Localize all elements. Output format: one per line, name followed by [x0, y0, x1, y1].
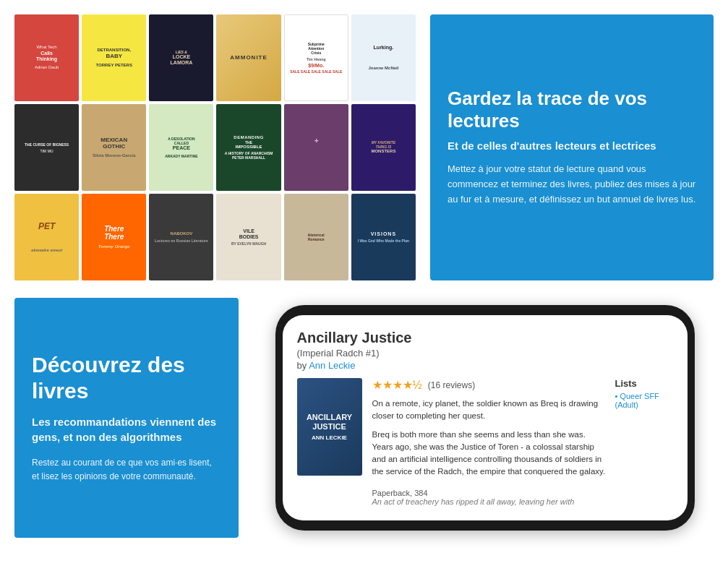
book-cover-16[interactable]: VILE BODIES BY EVELYN WAUGH [216, 194, 281, 280]
book-cover-6[interactable]: Lurking. Joanne McNeil [351, 14, 416, 101]
lists-label: Lists [615, 378, 673, 389]
cover-title: ANCILLARY JUSTICE [303, 413, 356, 432]
phone-book-cover: ANCILLARY JUSTICE ANN LECKIE [297, 378, 362, 476]
top-section: What Tech Calls Thinking Adrian Daub DET… [14, 14, 714, 280]
bottom-panel-description: Restez au courant de ce que vos ami·es l… [32, 456, 221, 484]
book-cover-10[interactable]: DEMANDING THE IMPOSSIBLE A HISTORY OF AN… [216, 104, 281, 191]
lists-item[interactable]: • Queer SFF (Adult) [615, 392, 673, 409]
book-cover-15[interactable]: NABOKOV Lectures on Russian Literature [149, 194, 213, 280]
book-detail-series: (Imperial Radch #1) [297, 348, 673, 359]
book-cover-18[interactable]: VISIONS I Was God Who Made the Plan [351, 194, 416, 280]
book-cover-12[interactable]: MY FAVORITE THING IS MONSTERS [351, 104, 416, 191]
book-cover-17[interactable]: Historical Romance [284, 194, 348, 280]
phone-screen: Ancillary Justice (Imperial Radch #1) by… [283, 315, 688, 520]
top-panel-heading: Gardez la trace de vos lectures [447, 87, 696, 132]
book-meta: Paperback, 384 [372, 489, 673, 497]
rating-row: ★★★★½ (16 reviews) [372, 378, 608, 392]
book-cover-3[interactable]: LIES & LOCKE LAMORA [149, 14, 213, 101]
book-desc-2: Breq is both more than she seems and les… [372, 429, 608, 479]
book-cover-11[interactable]: ☩ [284, 104, 348, 191]
book-desc-truncated: An act of treachery has ripped it all aw… [372, 497, 673, 506]
book-cover-8[interactable]: MEXICAN GOTHIC Silvia Moreno-Garcia [82, 104, 146, 191]
book-cover-13[interactable]: PET akwaeke emezi [14, 194, 79, 280]
star-rating: ★★★★½ [372, 378, 422, 392]
book-cover-14[interactable]: ThereThere Tommy Orange [82, 194, 146, 280]
main-container: What Tech Calls Thinking Adrian Daub DET… [0, 0, 728, 552]
book-cover-9[interactable]: A DESOLATION CALLED PEACE ARKADY MARTINE [149, 104, 213, 191]
book-desc-1: On a remote, icy planet, the soldier kno… [372, 398, 608, 423]
book-cover-1[interactable]: What Tech Calls Thinking Adrian Daub [14, 14, 79, 101]
top-panel-description: Mettez à jour votre statut de lecture qu… [447, 162, 696, 207]
bottom-panel-heading: Découvrez des livres [32, 352, 221, 404]
book-cover-5[interactable]: Subprime Attention Crisis Tim Hwang $9/M… [284, 14, 348, 101]
bottom-panel-tagline: Les recommandations viennent des gens, e… [32, 414, 221, 445]
top-right-panel: Gardez la trace de vos lectures Et de ce… [430, 14, 714, 280]
bottom-left-panel: Découvrez des livres Les recommandations… [14, 298, 239, 538]
book-detail-author: by Ann Leckie [297, 360, 673, 371]
top-panel-subtitle: Et de celles d'autres lecteurs et lectri… [447, 140, 696, 152]
rating-count: (16 reviews) [428, 380, 475, 390]
book-cover-7[interactable]: THE CURSE OF BIGNESS TIM WU [14, 104, 79, 191]
bottom-section: Découvrez des livres Les recommandations… [14, 298, 714, 538]
book-detail-title: Ancillary Justice [297, 330, 673, 346]
phone-section: Ancillary Justice (Imperial Radch #1) by… [256, 298, 714, 538]
phone-mockup: Ancillary Justice (Imperial Radch #1) by… [275, 305, 695, 531]
author-link[interactable]: Ann Leckie [309, 360, 355, 371]
book-grid: What Tech Calls Thinking Adrian Daub DET… [14, 14, 416, 280]
book-detail-content: ANCILLARY JUSTICE ANN LECKIE ★★★★½ (1 [297, 378, 673, 506]
book-info: ★★★★½ (16 reviews) On a remote, icy plan… [372, 378, 673, 506]
cover-author: ANN LECKIE [303, 434, 356, 441]
book-cover-4[interactable]: AMMONITE [216, 14, 281, 101]
book-cover-2[interactable]: DETRANSITION, BABY TORREY PETERS [82, 14, 146, 101]
by-label: by [297, 360, 307, 371]
